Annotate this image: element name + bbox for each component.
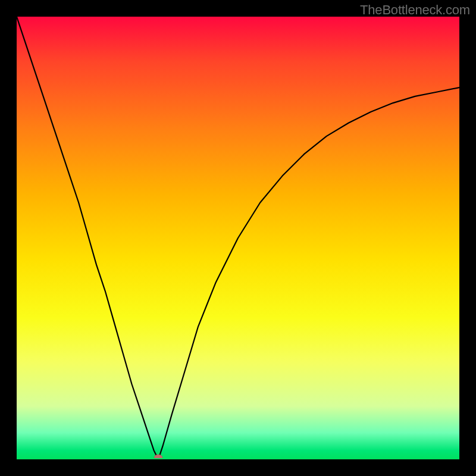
baseline-strip bbox=[17, 458, 459, 459]
chart-container: TheBottleneck.com bbox=[0, 0, 476, 476]
curve-layer bbox=[17, 17, 459, 459]
watermark-text: TheBottleneck.com bbox=[360, 2, 470, 18]
bottleneck-curve-left bbox=[17, 17, 158, 459]
plot-area bbox=[17, 17, 459, 459]
bottleneck-curve-right bbox=[158, 87, 459, 459]
